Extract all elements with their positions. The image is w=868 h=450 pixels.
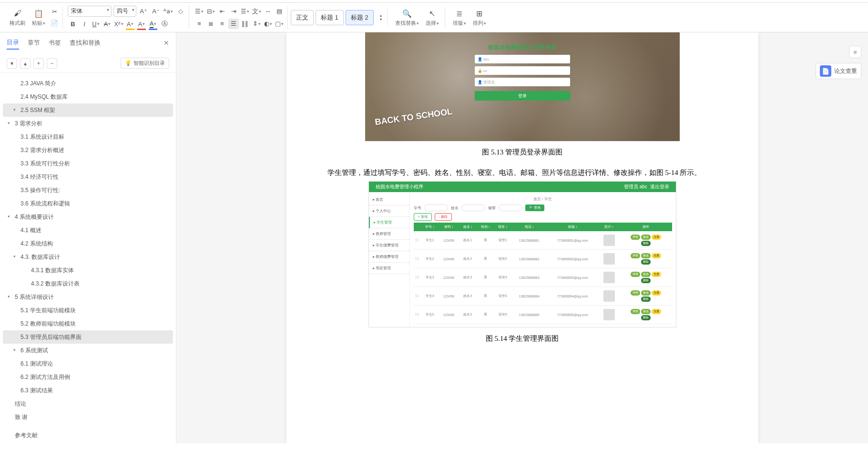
- decrease-font-button[interactable]: A⁻: [151, 6, 161, 17]
- toc-item[interactable]: 3.3 系统可行性分析: [3, 157, 173, 170]
- toc-item[interactable]: 6.3 测试结果: [3, 384, 173, 397]
- clear-format-button[interactable]: ◇: [175, 6, 186, 17]
- toc-item[interactable]: 4.2 系统结构: [3, 237, 173, 250]
- paper-check-button[interactable]: 📄 论文查重: [816, 63, 861, 79]
- navigation-panel: 目录 章节 书签 查找和替换 ✕ ▾ ▴ + − 💡智能识别目录 2.3 JAV…: [0, 32, 176, 443]
- increase-indent-button[interactable]: ⇥: [228, 6, 239, 17]
- superscript-button[interactable]: X²▾: [113, 19, 124, 29]
- expand-button[interactable]: ▾: [7, 58, 17, 69]
- tab-toc[interactable]: 目录: [7, 36, 19, 50]
- highlight-button[interactable]: A▾: [125, 19, 135, 29]
- cut-button[interactable]: ✂: [49, 7, 60, 17]
- copy-button[interactable]: 📄: [49, 18, 60, 29]
- admin-title: 校园水电费管理小程序: [376, 184, 423, 190]
- paste-button[interactable]: 📋 粘贴▾: [29, 7, 48, 28]
- toc-item[interactable]: 3.6 系统流程和逻辑: [3, 197, 173, 210]
- bold-button[interactable]: B: [68, 19, 78, 29]
- add-heading-button[interactable]: +: [33, 58, 44, 69]
- align-right-button[interactable]: ≡: [217, 19, 227, 29]
- decrease-indent-button[interactable]: ⇤: [217, 6, 227, 17]
- format-brush-button[interactable]: 🖌 格式刷: [7, 7, 28, 28]
- toc-item[interactable]: ▾4.3. 数据库设计: [3, 250, 173, 264]
- login-title: 校园水电费管理小程序登录: [475, 44, 570, 51]
- toc-item[interactable]: 5.3 管理员后端功能界面: [3, 330, 173, 344]
- increase-font-button[interactable]: A⁺: [138, 6, 149, 17]
- style-h2[interactable]: 标题 2: [346, 10, 374, 25]
- align-center-button[interactable]: ≣: [205, 19, 216, 29]
- collapse-button[interactable]: ▴: [20, 58, 31, 69]
- login-submit: 登录: [475, 91, 570, 101]
- select-button[interactable]: ↖ 选择▾: [423, 7, 442, 28]
- close-nav-button[interactable]: ✕: [163, 39, 169, 47]
- rail-collapse-button[interactable]: ≡: [849, 46, 861, 58]
- remove-heading-button[interactable]: −: [47, 58, 57, 69]
- figure-login-screenshot: BACK TO SCHOOL 校园水电费管理小程序登录 👤 abc 🔒 ••• …: [365, 32, 680, 141]
- font-color-button[interactable]: A▾: [148, 19, 158, 29]
- page: BACK TO SCHOOL 校园水电费管理小程序登录 👤 abc 🔒 ••• …: [286, 32, 758, 443]
- toc-item[interactable]: ▾5 系统详细设计: [3, 290, 173, 304]
- font-family-select[interactable]: 宋体: [68, 6, 112, 17]
- toc-item[interactable]: 2.3 JAVA 简介: [3, 77, 173, 90]
- text-effect-button[interactable]: A▾: [136, 19, 147, 29]
- sidebar-item: ▸ 学生管理: [369, 217, 409, 228]
- tab-bookmarks[interactable]: 书签: [49, 37, 61, 49]
- right-rail: ≡ 📄 论文查重: [816, 46, 861, 79]
- toc-item[interactable]: ▾3 需求分析: [3, 117, 173, 130]
- toc-item[interactable]: 致 谢: [3, 410, 173, 424]
- toc-item[interactable]: 4.3.2 数据库设计表: [3, 277, 173, 290]
- add-button: + 新增: [414, 213, 432, 221]
- layout-icon: ≣: [454, 8, 465, 19]
- styles-dropdown[interactable]: ▴▾: [376, 12, 386, 23]
- align-left-button[interactable]: ≡: [194, 19, 204, 29]
- toc-item[interactable]: 3.4 经济可行性: [3, 170, 173, 184]
- style-normal[interactable]: 正文: [291, 10, 314, 25]
- strike-button[interactable]: A▾: [102, 19, 112, 29]
- distribute-button[interactable]: ‖‖: [240, 19, 250, 29]
- italic-button[interactable]: I: [79, 19, 90, 29]
- toc-item[interactable]: 3.5 操作可行性:: [3, 184, 173, 197]
- toc-item[interactable]: 5.1 学生前端功能模块: [3, 304, 173, 317]
- toc-item[interactable]: ▾2.5 SSM 框架: [3, 103, 173, 117]
- tab-chapters[interactable]: 章节: [28, 37, 40, 49]
- align-justify-button[interactable]: ☰: [228, 19, 239, 29]
- border-button[interactable]: ▢▾: [274, 19, 285, 29]
- change-case-button[interactable]: ᴬa▾: [163, 6, 174, 17]
- toc-item[interactable]: 结论: [3, 397, 173, 410]
- toc-item[interactable]: 5.2 教师前端功能模块: [3, 317, 173, 330]
- arrange-button[interactable]: ⊞ 排列▾: [470, 7, 489, 28]
- find-replace-button[interactable]: 🔍 查找替换▾: [392, 7, 422, 28]
- circled-char-button[interactable]: Ⓐ: [159, 19, 170, 29]
- underline-button[interactable]: U▾: [91, 19, 101, 29]
- toc-item[interactable]: 参考文献: [3, 429, 173, 442]
- bullet-list-button[interactable]: ☰▾: [194, 6, 204, 17]
- check-icon: 📄: [820, 65, 831, 77]
- toc-item[interactable]: [3, 424, 173, 429]
- figure-admin-screenshot: 校园水电费管理小程序 管理员 abc 退出登录 ▸ 首页▸ 个人中心▸ 学生管理…: [368, 181, 676, 327]
- line-spacing-button[interactable]: ▤: [274, 6, 285, 17]
- shading-button[interactable]: ◐▾: [263, 19, 273, 29]
- document-area[interactable]: BACK TO SCHOOL 校园水电费管理小程序登录 👤 abc 🔒 ••• …: [176, 32, 868, 443]
- toc-item[interactable]: 4.3.1 数据库实体: [3, 264, 173, 277]
- cursor-icon: ↖: [427, 8, 438, 19]
- tab-find[interactable]: 查找和替换: [70, 37, 101, 49]
- toc-item[interactable]: ▾6 系统测试: [3, 344, 173, 357]
- student-table: 学号 ↕密码 ↕姓名 ↕性别 ↕寝室 ↕电话 ↕邮箱 ↕照片 ↕操作 ☐学生11…: [414, 223, 672, 324]
- toc-item[interactable]: ▾4 系统概要设计: [3, 210, 173, 224]
- smart-toc-button[interactable]: 💡智能识别目录: [121, 58, 169, 69]
- number-list-button[interactable]: ⊟▾: [205, 6, 216, 17]
- toc-item[interactable]: 2.4 MySQL 数据库: [3, 90, 173, 103]
- style-h1[interactable]: 标题 1: [316, 10, 344, 25]
- line-height-button[interactable]: ⇕▾: [251, 19, 262, 29]
- text-direction-button[interactable]: 文▾: [251, 6, 262, 17]
- indent-button[interactable]: ☰▾: [240, 6, 250, 17]
- toc-item[interactable]: 6.2 测试方法及用例: [3, 370, 173, 384]
- font-size-select[interactable]: 四号: [113, 6, 136, 17]
- layout-button[interactable]: ≣ 排版▾: [450, 7, 469, 28]
- login-role-input: 👤 管理员: [475, 78, 570, 86]
- toc-item[interactable]: 3.2 需求分析概述: [3, 143, 173, 157]
- toc-item[interactable]: 4.1 概述: [3, 224, 173, 237]
- login-pass-input: 🔒 •••: [475, 66, 570, 75]
- toc-item[interactable]: 3.1 系统设计目标: [3, 130, 173, 143]
- toc-item[interactable]: 6.1 测试理论: [3, 357, 173, 370]
- char-spacing-button[interactable]: ↔: [263, 6, 273, 17]
